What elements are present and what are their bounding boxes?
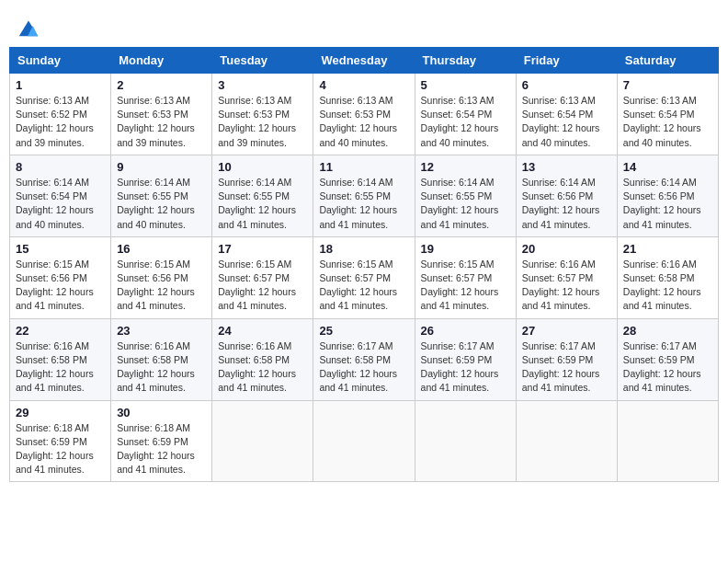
- day-info: Sunrise: 6:14 AMSunset: 6:55 PMDaylight:…: [319, 176, 408, 232]
- calendar-cell: 22Sunrise: 6:16 AMSunset: 6:58 PMDayligh…: [10, 318, 111, 400]
- calendar-cell: 5Sunrise: 6:13 AMSunset: 6:54 PMDaylight…: [415, 74, 516, 155]
- day-info: Sunrise: 6:14 AMSunset: 6:54 PMDaylight:…: [16, 176, 105, 232]
- day-info: Sunrise: 6:13 AMSunset: 6:53 PMDaylight:…: [218, 94, 307, 150]
- calendar-cell: 23Sunrise: 6:16 AMSunset: 6:58 PMDayligh…: [111, 318, 212, 400]
- calendar-cell: 8Sunrise: 6:14 AMSunset: 6:54 PMDaylight…: [10, 155, 111, 236]
- calendar-cell: 16Sunrise: 6:15 AMSunset: 6:56 PMDayligh…: [111, 236, 212, 318]
- calendar-cell: 11Sunrise: 6:14 AMSunset: 6:55 PMDayligh…: [313, 155, 415, 236]
- header-friday: Friday: [516, 48, 617, 74]
- day-number: 10: [218, 160, 307, 174]
- day-number: 18: [319, 242, 408, 256]
- day-number: 15: [16, 242, 105, 256]
- day-info: Sunrise: 6:15 AMSunset: 6:56 PMDaylight:…: [117, 258, 206, 314]
- day-info: Sunrise: 6:17 AMSunset: 6:58 PMDaylight:…: [319, 339, 408, 396]
- day-number: 17: [218, 242, 307, 256]
- calendar-cell: 18Sunrise: 6:15 AMSunset: 6:57 PMDayligh…: [313, 236, 415, 318]
- calendar-table: SundayMondayTuesdayWednesdayThursdayFrid…: [9, 47, 719, 482]
- day-number: 30: [117, 406, 206, 419]
- day-info: Sunrise: 6:13 AMSunset: 6:52 PMDaylight:…: [16, 94, 105, 150]
- day-info: Sunrise: 6:16 AMSunset: 6:58 PMDaylight:…: [117, 339, 206, 396]
- day-number: 1: [16, 78, 105, 92]
- calendar-cell: 10Sunrise: 6:14 AMSunset: 6:55 PMDayligh…: [212, 155, 313, 236]
- day-info: Sunrise: 6:14 AMSunset: 6:56 PMDaylight:…: [623, 176, 712, 232]
- calendar-cell: 12Sunrise: 6:14 AMSunset: 6:55 PMDayligh…: [415, 155, 516, 236]
- header-tuesday: Tuesday: [212, 48, 313, 74]
- day-number: 26: [421, 324, 510, 338]
- day-number: 4: [319, 78, 408, 92]
- day-number: 9: [117, 160, 206, 174]
- day-number: 3: [218, 78, 307, 92]
- day-info: Sunrise: 6:13 AMSunset: 6:53 PMDaylight:…: [319, 94, 408, 150]
- day-number: 27: [522, 324, 611, 338]
- calendar-week-row: 15Sunrise: 6:15 AMSunset: 6:56 PMDayligh…: [10, 236, 719, 318]
- day-number: 21: [623, 242, 712, 256]
- calendar-cell: 25Sunrise: 6:17 AMSunset: 6:58 PMDayligh…: [313, 318, 415, 400]
- header-sunday: Sunday: [10, 48, 111, 74]
- day-info: Sunrise: 6:17 AMSunset: 6:59 PMDaylight:…: [623, 339, 712, 396]
- day-number: 16: [117, 242, 206, 256]
- calendar-cell: 14Sunrise: 6:14 AMSunset: 6:56 PMDayligh…: [617, 155, 718, 236]
- calendar-cell: 2Sunrise: 6:13 AMSunset: 6:53 PMDaylight…: [111, 74, 212, 155]
- day-info: Sunrise: 6:13 AMSunset: 6:54 PMDaylight:…: [522, 94, 611, 150]
- day-number: 12: [421, 160, 510, 174]
- calendar-week-row: 29Sunrise: 6:18 AMSunset: 6:59 PMDayligh…: [10, 400, 719, 482]
- calendar-cell: 24Sunrise: 6:16 AMSunset: 6:58 PMDayligh…: [212, 318, 313, 400]
- day-info: Sunrise: 6:15 AMSunset: 6:56 PMDaylight:…: [16, 258, 105, 314]
- calendar-cell: 21Sunrise: 6:16 AMSunset: 6:58 PMDayligh…: [617, 236, 718, 318]
- day-number: 13: [522, 160, 611, 174]
- day-number: 7: [623, 78, 712, 92]
- calendar-cell: 20Sunrise: 6:16 AMSunset: 6:57 PMDayligh…: [516, 236, 617, 318]
- day-number: 29: [16, 406, 105, 419]
- day-info: Sunrise: 6:17 AMSunset: 6:59 PMDaylight:…: [522, 339, 611, 396]
- day-info: Sunrise: 6:13 AMSunset: 6:54 PMDaylight:…: [623, 94, 712, 150]
- day-info: Sunrise: 6:18 AMSunset: 6:59 PMDaylight:…: [16, 421, 105, 477]
- day-info: Sunrise: 6:15 AMSunset: 6:57 PMDaylight:…: [319, 258, 408, 314]
- calendar-cell: 17Sunrise: 6:15 AMSunset: 6:57 PMDayligh…: [212, 236, 313, 318]
- calendar-cell: [415, 400, 516, 482]
- calendar-cell: [617, 400, 718, 482]
- day-info: Sunrise: 6:13 AMSunset: 6:54 PMDaylight:…: [421, 94, 510, 150]
- day-info: Sunrise: 6:16 AMSunset: 6:58 PMDaylight:…: [218, 339, 307, 396]
- calendar-header-row: SundayMondayTuesdayWednesdayThursdayFrid…: [10, 48, 719, 74]
- day-number: 11: [319, 160, 408, 174]
- calendar-cell: 13Sunrise: 6:14 AMSunset: 6:56 PMDayligh…: [516, 155, 617, 236]
- day-info: Sunrise: 6:16 AMSunset: 6:58 PMDaylight:…: [623, 258, 712, 314]
- calendar-week-row: 8Sunrise: 6:14 AMSunset: 6:54 PMDaylight…: [10, 155, 719, 236]
- calendar-cell: 28Sunrise: 6:17 AMSunset: 6:59 PMDayligh…: [617, 318, 718, 400]
- calendar-cell: 4Sunrise: 6:13 AMSunset: 6:53 PMDaylight…: [313, 74, 415, 155]
- day-number: 22: [16, 324, 105, 338]
- calendar-cell: 9Sunrise: 6:14 AMSunset: 6:55 PMDaylight…: [111, 155, 212, 236]
- day-number: 19: [421, 242, 510, 256]
- day-number: 6: [522, 78, 611, 92]
- calendar-cell: [212, 400, 313, 482]
- header: [9, 9, 719, 40]
- calendar-cell: [516, 400, 617, 482]
- day-number: 25: [319, 324, 408, 338]
- header-saturday: Saturday: [617, 48, 718, 74]
- day-number: 8: [16, 160, 105, 174]
- logo: [14, 14, 41, 40]
- day-number: 24: [218, 324, 307, 338]
- calendar-cell: 15Sunrise: 6:15 AMSunset: 6:56 PMDayligh…: [10, 236, 111, 318]
- day-info: Sunrise: 6:14 AMSunset: 6:55 PMDaylight:…: [218, 176, 307, 232]
- day-info: Sunrise: 6:18 AMSunset: 6:59 PMDaylight:…: [117, 421, 206, 477]
- day-number: 2: [117, 78, 206, 92]
- header-monday: Monday: [111, 48, 212, 74]
- calendar-cell: 6Sunrise: 6:13 AMSunset: 6:54 PMDaylight…: [516, 74, 617, 155]
- day-info: Sunrise: 6:15 AMSunset: 6:57 PMDaylight:…: [218, 258, 307, 314]
- day-number: 5: [421, 78, 510, 92]
- calendar-week-row: 1Sunrise: 6:13 AMSunset: 6:52 PMDaylight…: [10, 74, 719, 155]
- calendar-cell: [313, 400, 415, 482]
- day-info: Sunrise: 6:14 AMSunset: 6:56 PMDaylight:…: [522, 176, 611, 232]
- calendar-cell: 19Sunrise: 6:15 AMSunset: 6:57 PMDayligh…: [415, 236, 516, 318]
- calendar-cell: 30Sunrise: 6:18 AMSunset: 6:59 PMDayligh…: [111, 400, 212, 482]
- day-number: 14: [623, 160, 712, 174]
- header-wednesday: Wednesday: [313, 48, 415, 74]
- day-number: 23: [117, 324, 206, 338]
- calendar-week-row: 22Sunrise: 6:16 AMSunset: 6:58 PMDayligh…: [10, 318, 719, 400]
- day-info: Sunrise: 6:17 AMSunset: 6:59 PMDaylight:…: [421, 339, 510, 396]
- day-number: 20: [522, 242, 611, 256]
- day-info: Sunrise: 6:14 AMSunset: 6:55 PMDaylight:…: [117, 176, 206, 232]
- header-thursday: Thursday: [415, 48, 516, 74]
- calendar-cell: 26Sunrise: 6:17 AMSunset: 6:59 PMDayligh…: [415, 318, 516, 400]
